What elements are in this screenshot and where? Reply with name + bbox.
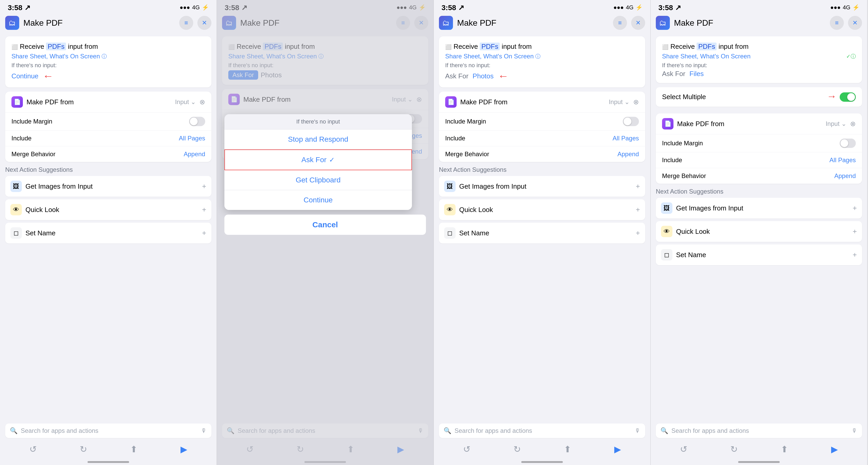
suggestion-item-quick-look-3[interactable]: 👁 Quick Look + [439, 199, 645, 220]
merge-row-3: Merge Behavior Append [439, 146, 645, 162]
suggestion-item-get-images-1[interactable]: 🖼 Get Images from Input + [5, 176, 211, 197]
make-pdf-close-1[interactable]: ⊗ [199, 98, 205, 106]
make-pdf-close-4[interactable]: ⊗ [850, 120, 856, 128]
set-name-plus-4[interactable]: + [853, 251, 857, 259]
include-margin-toggle-1[interactable] [189, 117, 205, 126]
redo-button-3[interactable]: ↻ [514, 444, 521, 454]
pdfs-badge-3[interactable]: PDFs [480, 42, 500, 51]
search-bar-1[interactable]: 🔍 Search for apps and actions 🎙 [5, 424, 211, 438]
share-button-3[interactable]: ⬆ [564, 444, 571, 454]
share-sheet-link-1[interactable]: Share Sheet, What's On Screen ⓘ [11, 53, 205, 60]
merge-value-3[interactable]: Append [617, 151, 639, 158]
select-multiple-toggle-4[interactable] [840, 92, 856, 102]
play-button-3[interactable]: ▶ [614, 444, 621, 454]
include-margin-label-1: Include Margin [11, 118, 52, 125]
search-bar-3[interactable]: 🔍 Search for apps and actions 🎙 [439, 424, 645, 438]
merge-value-4[interactable]: Append [834, 172, 856, 179]
undo-button-3[interactable]: ↺ [463, 444, 470, 454]
set-name-label-3: Set Name [459, 229, 632, 237]
ask-for-text-3[interactable]: Ask For [445, 72, 469, 80]
dropdown-container-2: If there's no input Stop and Respond Ask… [224, 114, 426, 235]
make-pdf-card-3: 📄 Make PDF from Input ⌄ ⊗ Include Margin… [439, 92, 645, 162]
include-value-3[interactable]: All Pages [613, 135, 639, 142]
battery-icon: ⚡ [202, 4, 209, 11]
suggestions-label-4: Next Action Suggestions [656, 188, 862, 195]
suggestion-item-set-name-1[interactable]: ◻ Set Name + [5, 223, 211, 243]
ask-for-text-4[interactable]: Ask For [662, 70, 685, 78]
pdfs-badge-4[interactable]: PDFs [696, 42, 717, 51]
close-button-3[interactable]: ✕ [631, 16, 645, 30]
set-name-plus-1[interactable]: + [202, 229, 206, 237]
include-margin-toggle-4[interactable] [840, 139, 856, 148]
share-sheet-link-4[interactable]: Share Sheet, What's On Screen ✓ⓘ [662, 53, 856, 60]
status-icons-3: ●●● 4G ⚡ [614, 4, 643, 11]
status-time-1: 3:58 ↗ [8, 3, 30, 12]
include-value-1[interactable]: All Pages [179, 135, 205, 142]
get-images-plus-1[interactable]: + [202, 182, 206, 191]
dropdown-stop-respond[interactable]: Stop and Respond [224, 130, 412, 150]
quick-look-label-3: Quick Look [459, 206, 632, 214]
dropdown-cancel-button[interactable]: Cancel [224, 214, 426, 235]
get-images-plus-4[interactable]: + [853, 204, 857, 212]
phone-2: 3:58 ↗ ●●● 4G ⚡ 🗂 Make PDF ≡ ✕ ⬜ Receive… [217, 0, 434, 465]
select-multiple-row-4: Select Multiple → [656, 87, 862, 107]
include-row-3: Include All Pages [439, 131, 645, 146]
suggestion-item-get-images-4[interactable]: 🖼 Get Images from Input + [656, 198, 862, 219]
redo-button-1[interactable]: ↻ [80, 444, 87, 454]
dropdown-continue[interactable]: Continue [224, 190, 412, 210]
nav-title-3: Make PDF [457, 18, 609, 28]
make-pdf-close-3[interactable]: ⊗ [633, 98, 639, 106]
undo-button-1[interactable]: ↺ [29, 444, 37, 454]
red-arrow-4: → [827, 91, 837, 102]
search-bar-4[interactable]: 🔍 Search for apps and actions 🎙 [656, 424, 862, 438]
quick-look-plus-1[interactable]: + [202, 205, 206, 214]
share-button-4[interactable]: ⬆ [781, 444, 788, 454]
play-button-4[interactable]: ▶ [831, 444, 838, 454]
include-margin-row-3: Include Margin [439, 112, 645, 131]
dropdown-ask-for[interactable]: Ask For ✓ [224, 150, 412, 170]
nav-bar-3: 🗂 Make PDF ≡ ✕ [434, 13, 650, 32]
make-pdf-input-3[interactable]: Input ⌄ [609, 98, 629, 106]
suggestion-item-set-name-4[interactable]: ◻ Set Name + [656, 244, 862, 265]
merge-value-1[interactable]: Append [184, 151, 205, 158]
no-input-label-3: If there's no input: [445, 62, 639, 69]
include-label-1: Include [11, 135, 31, 142]
quick-look-plus-4[interactable]: + [853, 227, 857, 236]
get-images-plus-3[interactable]: + [636, 182, 640, 191]
dropdown-get-clipboard[interactable]: Get Clipboard [224, 170, 412, 190]
bottom-toolbar-1: ↺ ↻ ⬆ ▶ [0, 438, 217, 459]
set-name-plus-3[interactable]: + [636, 229, 640, 237]
share-button-1[interactable]: ⬆ [130, 444, 137, 454]
settings-button-3[interactable]: ≡ [613, 16, 627, 30]
share-sheet-link-3[interactable]: Share Sheet, What's On Screen ⓘ [445, 53, 639, 60]
receive-row-4: ⬜ Receive PDFs input from [662, 41, 856, 52]
settings-button-4[interactable]: ≡ [830, 16, 844, 30]
play-button-1[interactable]: ▶ [181, 444, 187, 454]
mic-icon-1: 🎙 [201, 427, 207, 434]
quick-look-plus-3[interactable]: + [636, 205, 640, 214]
no-input-label-4: If there's no input: [662, 62, 856, 69]
suggestion-item-set-name-3[interactable]: ◻ Set Name + [439, 223, 645, 243]
pdfs-badge-1[interactable]: PDFs [46, 42, 66, 51]
search-placeholder-4: Search for apps and actions [672, 427, 848, 434]
make-pdf-input-4[interactable]: Input ⌄ [826, 120, 846, 127]
receive-card-1: ⬜ Receive PDFs input from Share Sheet, W… [5, 36, 211, 88]
suggestion-item-get-images-3[interactable]: 🖼 Get Images from Input + [439, 176, 645, 197]
close-button-4[interactable]: ✕ [848, 16, 862, 30]
suggestion-item-quick-look-1[interactable]: 👁 Quick Look + [5, 199, 211, 220]
photos-text-3[interactable]: Photos [473, 72, 494, 80]
suggestion-item-quick-look-4[interactable]: 👁 Quick Look + [656, 221, 862, 242]
get-images-icon-3: 🖼 [444, 180, 456, 192]
include-value-4[interactable]: All Pages [830, 157, 856, 164]
include-margin-toggle-3[interactable] [623, 117, 639, 126]
close-button-1[interactable]: ✕ [197, 16, 211, 30]
content-1: ⬜ Receive PDFs input from Share Sheet, W… [0, 32, 217, 424]
continue-link-1[interactable]: Continue [11, 72, 38, 80]
mic-icon-3: 🎙 [635, 427, 641, 434]
redo-button-4[interactable]: ↻ [730, 444, 738, 454]
settings-button-1[interactable]: ≡ [179, 16, 193, 30]
files-text-4[interactable]: Files [689, 70, 704, 78]
undo-button-4[interactable]: ↺ [680, 444, 687, 454]
make-pdf-input-1[interactable]: Input ⌄ [175, 98, 196, 106]
include-label-3: Include [445, 135, 465, 142]
